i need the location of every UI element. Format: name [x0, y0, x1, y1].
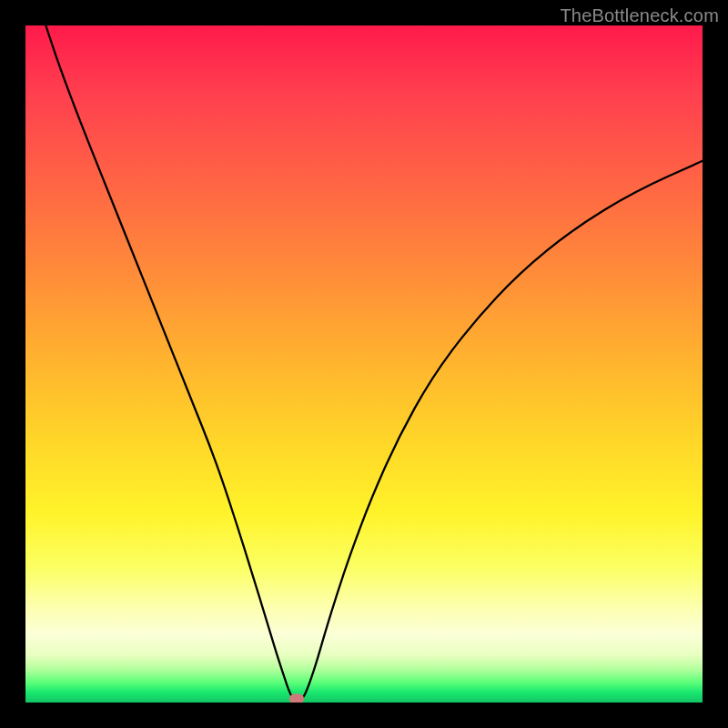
chart-frame: TheBottleneck.com	[0, 0, 728, 728]
optimal-point-marker	[289, 694, 304, 703]
plot-area	[25, 25, 703, 703]
watermark-text: TheBottleneck.com	[560, 5, 719, 26]
bottleneck-curve	[25, 25, 703, 703]
